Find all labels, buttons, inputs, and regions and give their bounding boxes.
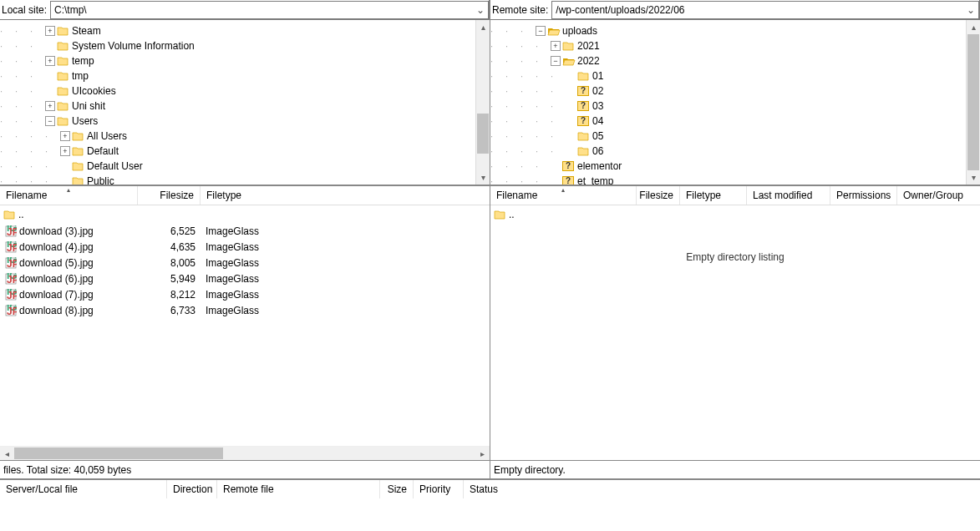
tree-item-label: temp — [72, 55, 94, 67]
folder-icon — [57, 116, 69, 126]
local-site-label: Local site: — [0, 4, 50, 16]
folder-open-icon — [547, 26, 559, 36]
column-header[interactable]: Filetype — [680, 186, 747, 205]
tree-item[interactable]: ····?et_temp — [490, 174, 980, 185]
tree-item[interactable]: ···−Users — [0, 114, 490, 129]
transfer-queue-header: Server/Local file Direction Remote file … — [0, 479, 980, 498]
scroll-thumb[interactable] — [967, 34, 979, 171]
local-site-bar: Local site: C:\tmp\ ⌄ — [0, 0, 490, 20]
tree-item[interactable]: ···+temp — [0, 53, 490, 68]
file-row[interactable]: download (3).jpg6,525ImageGlass — [0, 223, 490, 239]
tree-item[interactable]: ····+All Users — [0, 129, 490, 144]
tree-item[interactable]: ·····?02 — [490, 83, 980, 99]
unknown-folder-icon: ? — [562, 176, 574, 185]
file-row[interactable]: download (8).jpg6,733ImageGlass — [0, 302, 490, 318]
parent-directory[interactable]: .. — [490, 205, 980, 223]
scroll-down-button[interactable]: ▾ — [967, 170, 980, 185]
scroll-down-button[interactable]: ▾ — [476, 170, 490, 185]
folder-icon — [57, 26, 69, 36]
tree-item[interactable]: ·····05 — [490, 129, 980, 144]
local-site-path: C:\tmp\ — [51, 4, 473, 16]
local-tree[interactable]: ···+Steam···System Volume Information···… — [0, 20, 490, 185]
scroll-up-button[interactable]: ▴ — [476, 20, 490, 34]
tree-item[interactable]: ···+Steam — [0, 23, 490, 38]
tree-expander[interactable]: − — [45, 116, 55, 126]
tree-expander[interactable]: + — [45, 26, 55, 36]
scrollbar-vertical[interactable]: ▴ ▾ — [475, 20, 490, 185]
tree-item[interactable]: ····Public — [0, 174, 490, 185]
remote-file-list[interactable]: .. Empty directory listing — [490, 205, 980, 460]
tree-item[interactable]: ···+Uni shit — [0, 99, 490, 114]
file-size: 6,525 — [138, 225, 201, 237]
column-header[interactable]: ▴ Filename — [0, 186, 138, 205]
folder-icon — [577, 131, 589, 141]
tree-expander[interactable]: − — [536, 26, 546, 36]
tree-expander[interactable]: + — [45, 56, 55, 66]
remote-site-path: /wp-content/uploads/2022/06 — [552, 4, 963, 16]
tree-item[interactable]: ···System Volume Information — [0, 38, 490, 53]
column-header[interactable]: Server/Local file — [0, 480, 167, 498]
column-header[interactable]: Size — [380, 480, 414, 498]
column-header[interactable]: Remote file — [217, 480, 380, 498]
remote-site-combo[interactable]: /wp-content/uploads/2022/06 ⌄ — [551, 1, 979, 19]
empty-directory-message: Empty directory listing — [490, 223, 980, 291]
column-header[interactable]: Filesize — [637, 186, 680, 205]
scroll-right-button[interactable]: ▸ — [475, 447, 490, 460]
file-name: download (6).jpg — [19, 273, 94, 285]
remote-tree[interactable]: ···−uploads····+2021····−2022·····01····… — [490, 20, 980, 185]
tree-item[interactable]: ····Default User — [0, 159, 490, 174]
tree-item-label: 05 — [592, 130, 603, 142]
folder-icon — [562, 41, 574, 51]
scroll-left-button[interactable]: ◂ — [0, 447, 14, 460]
tree-item[interactable]: ···UIcookies — [0, 83, 490, 99]
tree-item[interactable]: ···tmp — [0, 68, 490, 83]
tree-item[interactable]: ·····01 — [490, 68, 980, 83]
column-header[interactable]: Status — [464, 480, 514, 498]
tree-item[interactable]: ····−2022 — [490, 53, 980, 68]
file-row[interactable]: download (6).jpg5,949ImageGlass — [0, 271, 490, 286]
tree-expander[interactable]: − — [551, 56, 561, 66]
local-site-combo[interactable]: C:\tmp\ ⌄ — [50, 1, 489, 19]
tree-expander[interactable]: + — [551, 41, 561, 51]
remote-site-label: Remote site: — [490, 4, 551, 16]
tree-item-label: Steam — [72, 25, 101, 37]
chevron-down-icon[interactable]: ⌄ — [473, 4, 488, 16]
column-header[interactable]: Last modified — [747, 186, 830, 205]
chevron-down-icon[interactable]: ⌄ — [963, 4, 978, 16]
column-header[interactable]: Permissions — [830, 186, 897, 205]
unknown-folder-icon: ? — [562, 161, 574, 171]
column-header[interactable]: Filetype — [201, 186, 261, 205]
tree-expander[interactable]: + — [45, 101, 55, 111]
column-header[interactable]: ▴ Filename — [490, 186, 637, 205]
tree-item[interactable]: ·····?03 — [490, 99, 980, 114]
file-row[interactable]: download (7).jpg8,212ImageGlass — [0, 286, 490, 302]
tree-item[interactable]: ···−uploads — [490, 23, 980, 38]
jpg-file-icon — [5, 289, 17, 301]
folder-icon — [57, 71, 69, 81]
tree-expander[interactable]: + — [60, 146, 70, 156]
column-header[interactable]: Priority — [414, 480, 464, 498]
file-type: ImageGlass — [201, 289, 261, 301]
scrollbar-horizontal[interactable]: ◂ ▸ — [0, 446, 490, 460]
parent-directory[interactable]: .. — [0, 205, 490, 223]
tree-expander[interactable]: + — [60, 131, 70, 141]
tree-item-label: Public — [87, 175, 114, 185]
tree-item[interactable]: ····?elementor — [490, 159, 980, 174]
folder-icon — [577, 146, 589, 156]
tree-item[interactable]: ·····?04 — [490, 114, 980, 129]
column-header[interactable]: Direction — [167, 480, 217, 498]
column-header[interactable]: Owner/Group — [897, 186, 972, 205]
file-row[interactable]: download (4).jpg4,635ImageGlass — [0, 239, 490, 255]
scroll-thumb[interactable] — [14, 448, 223, 459]
column-header[interactable]: Filesize — [138, 186, 201, 205]
scroll-thumb[interactable] — [477, 114, 489, 154]
scrollbar-vertical[interactable]: ▴ ▾ — [966, 20, 980, 185]
tree-item-label: Uni shit — [72, 100, 105, 112]
folder-open-icon — [562, 56, 574, 66]
scroll-up-button[interactable]: ▴ — [967, 20, 980, 34]
local-file-list[interactable]: .. download (3).jpg6,525ImageGlassdownlo… — [0, 205, 490, 446]
tree-item[interactable]: ·····06 — [490, 144, 980, 159]
tree-item[interactable]: ····+Default — [0, 144, 490, 159]
tree-item[interactable]: ····+2021 — [490, 38, 980, 53]
file-row[interactable]: download (5).jpg8,005ImageGlass — [0, 255, 490, 271]
